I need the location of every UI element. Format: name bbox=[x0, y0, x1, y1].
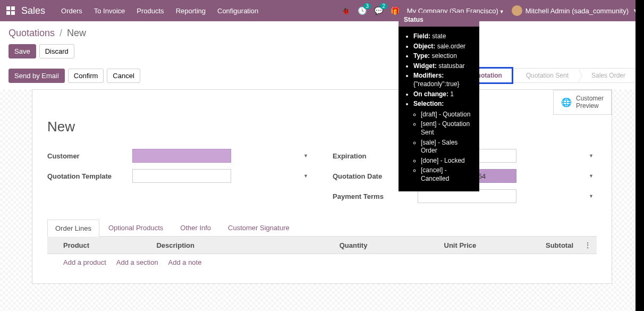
discuss-icon[interactable]: 💬2 bbox=[374, 6, 383, 15]
apps-icon[interactable] bbox=[6, 6, 15, 15]
menu-products[interactable]: Products bbox=[137, 7, 164, 15]
status-sales-order[interactable]: Sales Order bbox=[579, 68, 635, 83]
quotation-template-field[interactable] bbox=[132, 169, 231, 183]
action-row: Save Discard bbox=[0, 42, 644, 64]
statusbar: Quotation Quotation Sent Sales Order bbox=[457, 67, 635, 84]
th-product: Product bbox=[58, 237, 151, 254]
breadcrumb-module[interactable]: Quotations bbox=[9, 28, 55, 38]
form-grid: Customer ▼ Expiration ▼ Quotation Templa… bbox=[47, 149, 597, 203]
label-payment-terms: Payment Terms bbox=[333, 192, 418, 200]
add-section-link[interactable]: Add a section bbox=[116, 258, 158, 266]
customer-preview-button[interactable]: 🌐 Customer Preview bbox=[553, 90, 612, 115]
th-unit-price: Unit Price bbox=[372, 237, 481, 254]
customer-field[interactable] bbox=[132, 149, 231, 163]
order-lines-table: Product Description Quantity Unit Price … bbox=[47, 237, 597, 271]
page-title: New bbox=[47, 119, 597, 135]
app-title: Sales bbox=[21, 5, 45, 16]
breadcrumb-current: New bbox=[67, 28, 86, 38]
table-row: Add a product Add a section Add a note bbox=[47, 254, 597, 271]
confirm-button[interactable]: Confirm bbox=[68, 69, 104, 83]
avatar bbox=[512, 5, 522, 16]
th-subtotal: Subtotal bbox=[481, 237, 579, 254]
save-button[interactable]: Save bbox=[9, 44, 36, 58]
form-sheet: 🌐 Customer Preview New Customer ▼ Expira… bbox=[32, 89, 612, 284]
debug-icon[interactable]: 🐞 bbox=[341, 6, 350, 15]
globe-icon: 🌐 bbox=[561, 97, 572, 107]
user-menu[interactable]: Mitchell Admin (sada_community) ▼ bbox=[512, 5, 638, 16]
sheet-bg: 🌐 Customer Preview New Customer ▼ Expira… bbox=[0, 89, 644, 311]
nav-menu: Orders To Invoice Products Reporting Con… bbox=[61, 7, 258, 15]
debug-tooltip: Status Field: state Object: sale.order T… bbox=[399, 13, 479, 191]
activities-icon[interactable]: 🕓3 bbox=[358, 6, 367, 15]
cancel-button[interactable]: Cancel bbox=[107, 69, 140, 83]
tab-other-info[interactable]: Other Info bbox=[172, 219, 219, 236]
send-email-button[interactable]: Send by Email bbox=[9, 69, 65, 83]
tooltip-title: Status bbox=[399, 13, 479, 27]
breadcrumb: Quotations / New bbox=[0, 21, 644, 42]
right-edge bbox=[635, 0, 644, 311]
menu-configuration[interactable]: Configuration bbox=[217, 7, 258, 15]
kebab-icon[interactable]: ⋮ bbox=[584, 241, 591, 249]
add-note-link[interactable]: Add a note bbox=[168, 258, 202, 266]
tab-customer-signature[interactable]: Customer Signature bbox=[220, 219, 298, 236]
statusbar-row: Send by Email Confirm Cancel Quotation Q… bbox=[0, 64, 644, 89]
menu-to-invoice[interactable]: To Invoice bbox=[94, 7, 125, 15]
topbar: Sales Orders To Invoice Products Reporti… bbox=[0, 0, 644, 21]
th-quantity: Quantity bbox=[275, 237, 373, 254]
payment-terms-field[interactable] bbox=[418, 189, 516, 203]
tab-order-lines[interactable]: Order Lines bbox=[47, 220, 99, 237]
menu-reporting[interactable]: Reporting bbox=[176, 7, 206, 15]
discard-button[interactable]: Discard bbox=[39, 44, 74, 58]
add-product-link[interactable]: Add a product bbox=[63, 258, 106, 266]
tab-optional-products[interactable]: Optional Products bbox=[100, 219, 171, 236]
label-quotation-template: Quotation Template bbox=[47, 172, 132, 180]
status-quotation-sent[interactable]: Quotation Sent bbox=[513, 68, 579, 83]
th-description: Description bbox=[151, 237, 274, 254]
tabs: Order Lines Optional Products Other Info… bbox=[47, 219, 597, 237]
label-customer: Customer bbox=[47, 152, 132, 160]
menu-orders[interactable]: Orders bbox=[61, 7, 82, 15]
